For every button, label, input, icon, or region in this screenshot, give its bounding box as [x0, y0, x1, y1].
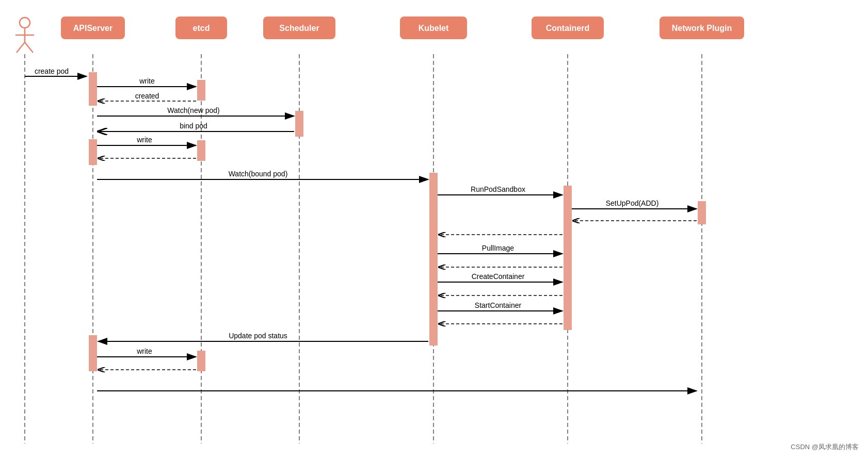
label-write-2: write — [136, 136, 152, 144]
label-write-3: write — [136, 347, 152, 355]
svg-point-2 — [20, 18, 30, 28]
label-created: created — [135, 92, 159, 100]
label-runpodsandbox: RunPodSandbox — [471, 185, 525, 193]
watermark: CSDN @凤求凰的博客 — [791, 442, 859, 452]
label-createcontainer: CreateContainer — [472, 272, 525, 281]
actor-label-containerd: Containerd — [546, 24, 589, 32]
actor-label-etcd: etcd — [193, 24, 210, 32]
label-startcontainer: StartContainer — [475, 301, 522, 309]
activation-etcd-2 — [197, 140, 205, 161]
label-write-1: write — [139, 77, 155, 85]
actor-label-scheduler: Scheduler — [279, 24, 319, 32]
diagram-container: APIServer etcd Scheduler Kubelet Contain… — [0, 0, 868, 461]
svg-line-5 — [17, 42, 25, 53]
activation-kubelet-1 — [429, 173, 438, 345]
activation-networkplugin-1 — [698, 201, 706, 224]
activation-scheduler-1 — [295, 111, 303, 137]
svg-line-6 — [25, 42, 33, 53]
activation-etcd-3 — [197, 351, 205, 371]
actor-label-kubelet: Kubelet — [419, 24, 449, 32]
label-watch-bound-pod: Watch(bound pod) — [229, 170, 288, 178]
label-setuppod: SetUpPod(ADD) — [606, 199, 659, 207]
activation-etcd-1 — [197, 80, 205, 101]
label-watch-new-pod: Watch(new pod) — [167, 106, 219, 114]
label-update-pod-status: Update pod status — [229, 332, 287, 340]
activation-apiserver-2 — [89, 139, 97, 165]
label-pullimage: PullImage — [482, 244, 514, 252]
activation-apiserver-3 — [89, 335, 97, 371]
label-bind-pod: bind pod — [180, 122, 207, 130]
actor-user — [15, 18, 34, 53]
activation-apiserver-1 — [89, 72, 97, 106]
activation-containerd-1 — [564, 186, 572, 330]
sequence-diagram: APIServer etcd Scheduler Kubelet Contain… — [0, 0, 868, 461]
actor-label-networkplugin: Network Plugin — [672, 24, 732, 32]
label-create-pod: create pod — [35, 67, 69, 75]
actor-label-apiserver: APIServer — [73, 24, 113, 32]
